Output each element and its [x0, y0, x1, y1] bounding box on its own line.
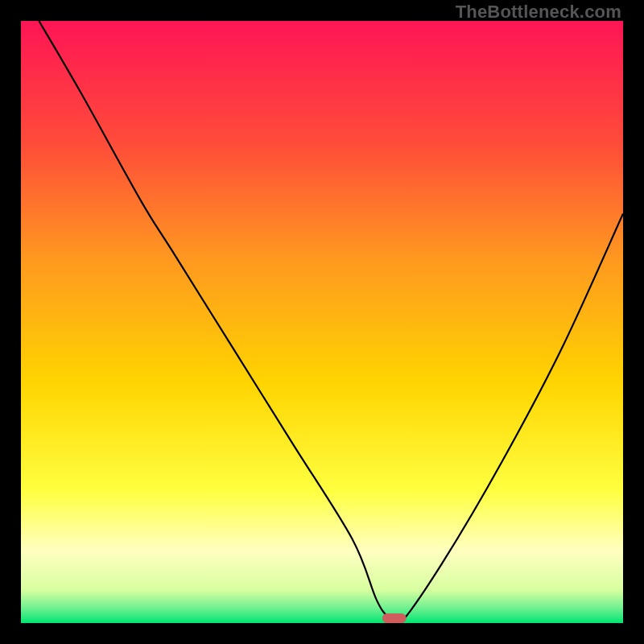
optimum-marker [382, 613, 407, 623]
watermark-text: TheBottleneck.com [456, 2, 621, 23]
plot-area [21, 21, 623, 623]
bottleneck-curve [21, 21, 623, 623]
chart-frame [21, 21, 623, 623]
